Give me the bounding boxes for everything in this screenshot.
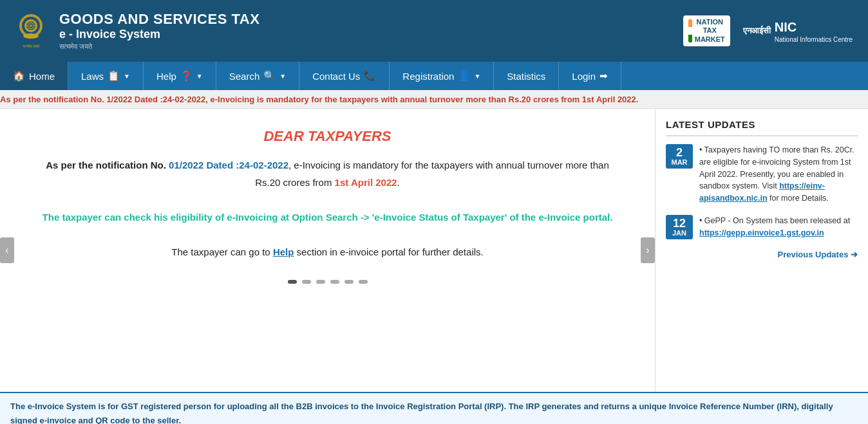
slide-content: DEAR TAXPAYERS As per the notification N… bbox=[13, 122, 642, 267]
search-caret: ▼ bbox=[279, 73, 286, 80]
slide-para1-middle: , e-Invoicing is mandatory for the taxpa… bbox=[255, 160, 609, 188]
update-date-1: 2 MAR bbox=[666, 144, 693, 169]
slide-para2: The taxpayer can check his eligibility o… bbox=[42, 212, 613, 223]
header: सत्यमेव जयते GOODS AND SERVICES TAX e - … bbox=[0, 0, 868, 62]
home-icon: 🏠 bbox=[13, 70, 25, 82]
prev-slide-button[interactable]: ‹ bbox=[0, 237, 14, 263]
slide-para3-suffix: section in e-invoice portal for further … bbox=[294, 246, 483, 257]
header-right: NATION TAX MARKET एनआईसी NIC National In… bbox=[683, 15, 858, 46]
header-title: GOODS AND SERVICES TAX e - Invoice Syste… bbox=[59, 11, 259, 51]
help-icon: ❓ bbox=[180, 70, 193, 82]
dot-5[interactable] bbox=[344, 280, 354, 284]
update-item-2: 12 JAN • GePP - On System has been relea… bbox=[666, 215, 858, 239]
slide-dots bbox=[13, 280, 642, 284]
update-date-2: 12 JAN bbox=[666, 215, 693, 239]
slide-para3-prefix: The taxpayer can go to bbox=[171, 246, 273, 257]
contact-icon: 📞 bbox=[364, 70, 376, 82]
laws-caret: ▼ bbox=[124, 73, 130, 80]
update-text-2: • GePP - On System has been released at … bbox=[699, 215, 858, 239]
ntm-logo: NATION TAX MARKET bbox=[683, 15, 730, 46]
slide-title: DEAR TAXPAYERS bbox=[32, 128, 623, 145]
nic-name: NIC bbox=[775, 19, 853, 35]
title-tagline: सत्यमेव जयते bbox=[59, 42, 259, 51]
slide-body: As per the notification No. 01/2022 Date… bbox=[32, 156, 623, 261]
dot-2[interactable] bbox=[302, 280, 311, 284]
update-link-2[interactable]: https://gepp.einvoice1.gst.gov.in bbox=[699, 228, 824, 237]
prev-updates-link[interactable]: Previous Updates ➔ bbox=[666, 250, 858, 259]
ticker-text: As per the notification No. 1/2022 Dated… bbox=[0, 95, 638, 104]
update-day-2: 12 bbox=[670, 217, 689, 229]
update-item-1: 2 MAR • Taxpayers having TO more than Rs… bbox=[666, 144, 858, 205]
ntm-text: NATION TAX MARKET bbox=[695, 18, 725, 44]
emblem: सत्यमेव जयते bbox=[10, 8, 52, 53]
nav-laws[interactable]: Laws 📋 ▼ bbox=[68, 62, 144, 90]
slide-link-notification[interactable]: 01/2022 Dated :24-02-2022 bbox=[169, 160, 288, 171]
title-main: GOODS AND SERVICES TAX bbox=[59, 11, 259, 28]
slider-area: ‹ DEAR TAXPAYERS As per the notification… bbox=[0, 109, 656, 392]
update-month-2: JAN bbox=[670, 229, 689, 237]
slide-date-highlight: 1st April 2022 bbox=[335, 177, 397, 188]
nav-registration[interactable]: Registration 👤 ▼ bbox=[390, 62, 494, 90]
nav-statistics[interactable]: Statistics bbox=[494, 62, 559, 90]
contact-label: Contact Us bbox=[312, 71, 360, 82]
latest-updates-title: LATEST UPDATES bbox=[666, 119, 858, 136]
help-label: Help bbox=[156, 71, 176, 82]
dot-6[interactable] bbox=[359, 280, 368, 284]
laws-label: Laws bbox=[81, 71, 104, 82]
footer-band: The e-Invoice System is for GST register… bbox=[0, 392, 868, 424]
main-content: ‹ DEAR TAXPAYERS As per the notification… bbox=[0, 109, 868, 392]
login-icon: ➡ bbox=[599, 70, 608, 82]
dot-3[interactable] bbox=[316, 280, 325, 284]
laws-icon: 📋 bbox=[108, 70, 120, 82]
nav-search[interactable]: Search 🔍 ▼ bbox=[216, 62, 299, 90]
slide-para1-end: . bbox=[397, 177, 400, 188]
search-icon: 🔍 bbox=[263, 70, 276, 82]
flag-bar bbox=[688, 19, 692, 42]
title-sub: e - Invoice System bbox=[59, 28, 259, 41]
slide-help-link[interactable]: Help bbox=[273, 246, 294, 257]
nic-hindi: एनआईसी bbox=[743, 26, 771, 36]
navbar: 🏠 Home Laws 📋 ▼ Help ❓ ▼ Search 🔍 ▼ Cont… bbox=[0, 62, 868, 90]
registration-icon: 👤 bbox=[458, 70, 470, 82]
nic-logo: एनआईसी NIC National Informatics Centre bbox=[738, 16, 858, 46]
nic-full: National Informatics Centre bbox=[775, 35, 853, 44]
next-slide-button[interactable]: › bbox=[641, 237, 655, 263]
ticker-bar: As per the notification No. 1/2022 Dated… bbox=[0, 90, 868, 109]
slide-para1-prefix: As per the notification No. bbox=[46, 160, 169, 171]
dot-4[interactable] bbox=[330, 280, 339, 284]
svg-text:सत्यमेव जयते: सत्यमेव जयते bbox=[22, 44, 41, 48]
login-label: Login bbox=[572, 71, 596, 82]
sidebar: LATEST UPDATES 2 MAR • Taxpayers having … bbox=[656, 109, 868, 392]
update-day-1: 2 bbox=[670, 147, 689, 158]
nic-right: NIC National Informatics Centre bbox=[775, 19, 853, 44]
nav-login[interactable]: Login ➡ bbox=[559, 62, 621, 90]
nav-home[interactable]: 🏠 Home bbox=[0, 62, 68, 90]
nav-help[interactable]: Help ❓ ▼ bbox=[144, 62, 216, 90]
svg-point-9 bbox=[23, 33, 39, 39]
registration-label: Registration bbox=[402, 71, 454, 82]
update-link-1[interactable]: https://einv-apisandbox.nic.in bbox=[699, 181, 825, 203]
nav-contact[interactable]: Contact Us 📞 bbox=[299, 62, 390, 90]
statistics-label: Statistics bbox=[507, 71, 545, 82]
update-month-1: MAR bbox=[670, 158, 689, 166]
nav-home-label: Home bbox=[29, 71, 55, 82]
registration-caret: ▼ bbox=[474, 73, 480, 80]
update-text-1: • Taxpayers having TO more than Rs. 20Cr… bbox=[699, 144, 858, 205]
dot-1[interactable] bbox=[288, 280, 297, 284]
header-left: सत्यमेव जयते GOODS AND SERVICES TAX e - … bbox=[10, 8, 259, 53]
search-label: Search bbox=[229, 71, 260, 82]
help-caret: ▼ bbox=[196, 73, 203, 80]
